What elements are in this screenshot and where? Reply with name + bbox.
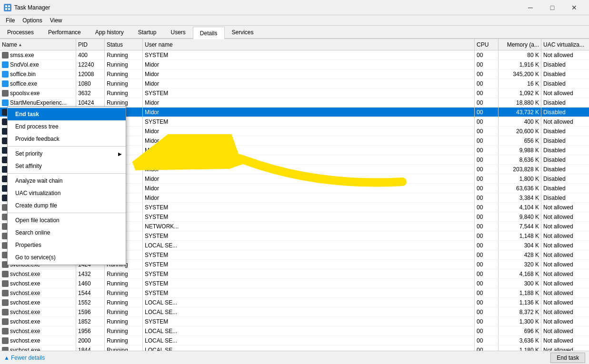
col-header-username[interactable]: User name	[143, 39, 475, 50]
context-menu-item[interactable]: Create dump file	[8, 199, 126, 212]
process-icon	[2, 99, 9, 106]
menu-options[interactable]: Options	[19, 16, 46, 25]
table-row[interactable]: svchost.exe 1852 Running SYSTEM 00 1,300…	[0, 317, 589, 326]
svg-rect-1	[8, 5, 10, 7]
table-row[interactable]: SndVol.exe 12240 Running Midor 00 1,916 …	[0, 60, 589, 69]
process-icon	[2, 71, 9, 78]
process-icon	[2, 318, 9, 325]
process-icon	[2, 61, 9, 68]
app-icon	[4, 4, 11, 11]
process-icon	[2, 52, 9, 59]
table-row[interactable]: svchost.exe 1544 Running SYSTEM 00 1,188…	[0, 288, 589, 298]
context-menu: End taskEnd process treeProvide feedback…	[7, 107, 126, 265]
tab-services[interactable]: Services	[225, 26, 261, 38]
col-header-name[interactable]: Name ▲	[0, 39, 76, 50]
context-menu-item[interactable]: Set priority▶	[8, 148, 126, 160]
tab-details[interactable]: Details	[193, 27, 225, 39]
tab-processes[interactable]: Processes	[0, 26, 41, 38]
process-icon	[2, 347, 9, 351]
table-row[interactable]: svchost.exe 1552 Running LOCAL SE... 00 …	[0, 298, 589, 307]
col-header-cpu[interactable]: CPU	[475, 39, 499, 50]
context-menu-item[interactable]: Search online	[8, 226, 126, 239]
menu-view[interactable]: View	[46, 16, 66, 25]
process-icon	[2, 328, 9, 334]
table-row[interactable]: svchost.exe 1844 Running LOCAL SE... 00 …	[0, 345, 589, 351]
table-container: Name ▲ PID Status User name CPU Memory (…	[0, 39, 589, 351]
process-icon	[2, 280, 9, 287]
table-row[interactable]: soffice.exe 1080 Running Midor 00 16 K D…	[0, 79, 589, 89]
minimize-button[interactable]: ─	[519, 0, 541, 15]
title-bar: Task Manager ─ □ ✕	[0, 0, 589, 15]
context-menu-item[interactable]: End process tree	[8, 120, 126, 133]
table-row[interactable]: svchost.exe 1460 Running SYSTEM 00 300 K…	[0, 279, 589, 288]
table-row[interactable]: svchost.exe 1956 Running LOCAL SE... 00 …	[0, 326, 589, 336]
process-icon	[2, 80, 9, 87]
process-icon	[2, 271, 9, 277]
col-header-status[interactable]: Status	[105, 39, 143, 50]
context-menu-item[interactable]: Open file location	[8, 214, 126, 226]
window-title: Task Manager	[14, 4, 50, 11]
process-icon	[2, 90, 9, 97]
svg-rect-2	[5, 8, 7, 10]
svg-rect-3	[8, 8, 10, 10]
bottom-bar: ▲ Fewer details End task	[0, 351, 589, 364]
table-row[interactable]: soffice.bin 12008 Running Midor 00 345,2…	[0, 69, 589, 79]
col-header-pid[interactable]: PID	[76, 39, 105, 50]
table-row[interactable]: StartMenuExperienc... 10424 Running Mido…	[0, 98, 589, 108]
context-menu-separator	[8, 173, 126, 174]
tab-app-history[interactable]: App history	[88, 26, 131, 38]
context-menu-separator	[8, 213, 126, 213]
table-row[interactable]: svchost.exe 1432 Running SYSTEM 00 4,168…	[0, 269, 589, 279]
context-menu-item[interactable]: Go to service(s)	[8, 251, 126, 264]
col-header-memory[interactable]: Memory (a...	[499, 39, 541, 50]
main-content: Name ▲ PID Status User name CPU Memory (…	[0, 39, 589, 364]
fewer-details-link[interactable]: ▲ Fewer details	[4, 354, 45, 361]
end-task-button[interactable]: End task	[550, 353, 585, 363]
table-row[interactable]: spoolsv.exe 3632 Running SYSTEM 00 1,092…	[0, 89, 589, 98]
context-menu-item[interactable]: Analyze wait chain	[8, 175, 126, 187]
tab-users[interactable]: Users	[163, 26, 192, 38]
close-button[interactable]: ✕	[563, 0, 585, 15]
table-row[interactable]: svchost.exe 2000 Running LOCAL SE... 00 …	[0, 336, 589, 345]
process-icon	[2, 290, 9, 296]
context-menu-item[interactable]: Provide feedback	[8, 133, 126, 145]
tab-performance[interactable]: Performance	[41, 26, 88, 38]
sort-arrow-icon: ▲	[18, 42, 22, 47]
submenu-arrow-icon: ▶	[118, 151, 122, 157]
chevron-up-icon: ▲	[4, 354, 10, 361]
process-icon	[2, 299, 9, 306]
context-menu-item[interactable]: UAC virtualization	[8, 187, 126, 199]
tab-bar: Processes Performance App history Startu…	[0, 26, 589, 39]
tab-startup[interactable]: Startup	[131, 26, 164, 38]
col-header-uac[interactable]: UAC virtualiza...	[541, 39, 589, 50]
table-header: Name ▲ PID Status User name CPU Memory (…	[0, 39, 589, 50]
context-menu-separator	[8, 146, 126, 147]
menu-bar: File Options View	[0, 15, 589, 26]
context-menu-item[interactable]: End task	[8, 108, 126, 120]
table-row[interactable]: svchost.exe 1596 Running LOCAL SE... 00 …	[0, 307, 589, 317]
context-menu-item[interactable]: Properties	[8, 239, 126, 251]
table-row[interactable]: smss.exe 400 Running SYSTEM 00 80 K Not …	[0, 50, 589, 60]
maximize-button[interactable]: □	[541, 0, 563, 15]
process-icon	[2, 337, 9, 344]
menu-file[interactable]: File	[2, 16, 19, 25]
context-menu-item[interactable]: Set affinity	[8, 160, 126, 172]
svg-rect-0	[5, 5, 7, 7]
process-icon	[2, 309, 9, 315]
